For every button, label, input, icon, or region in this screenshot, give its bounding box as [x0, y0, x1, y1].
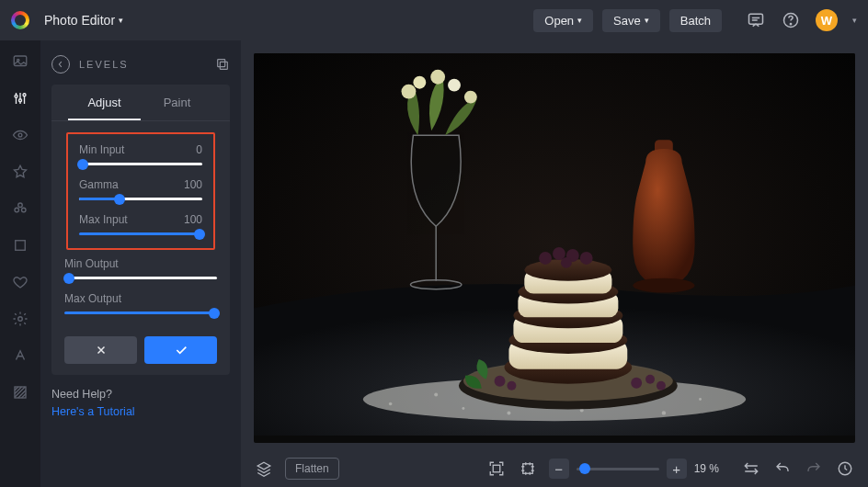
save-button[interactable]: Save ▾ [602, 9, 660, 32]
image-icon[interactable] [10, 51, 30, 72]
text-icon[interactable] [10, 345, 30, 366]
zoom-controls: − + 19 % [549, 459, 719, 479]
svg-point-19 [434, 393, 438, 397]
feedback-icon[interactable] [746, 10, 766, 30]
chevron-down-icon: ▾ [645, 16, 649, 25]
zoom-out-button[interactable]: − [549, 459, 569, 479]
svg-point-27 [389, 402, 393, 406]
eye-icon[interactable] [10, 125, 30, 145]
square-icon[interactable] [10, 235, 30, 255]
batch-button[interactable]: Batch [669, 9, 722, 32]
min-input-slider[interactable] [79, 163, 202, 165]
zoom-value: 19 % [694, 462, 719, 475]
max-input-row: Max Input 100 [79, 213, 202, 235]
svg-point-50 [633, 278, 694, 293]
star-icon[interactable] [10, 162, 30, 182]
min-output-slider[interactable] [64, 277, 217, 279]
zoom-slider[interactable] [577, 468, 659, 470]
chevron-down-icon[interactable]: ▾ [852, 16, 857, 25]
tab-paint[interactable]: Paint [141, 85, 213, 120]
svg-point-5 [15, 95, 17, 97]
gamma-slider[interactable] [79, 198, 202, 200]
svg-point-55 [430, 70, 445, 85]
history-icon[interactable] [835, 459, 855, 479]
min-input-value: 0 [196, 143, 202, 156]
svg-point-26 [699, 398, 702, 401]
open-button[interactable]: Open ▾ [533, 9, 593, 32]
compare-icon[interactable] [741, 459, 761, 479]
svg-point-8 [18, 133, 22, 137]
panel-title: LEVELS [79, 59, 129, 70]
batch-label: Batch [680, 14, 711, 28]
svg-rect-15 [220, 62, 227, 69]
zoom-in-button[interactable]: + [667, 459, 687, 479]
slider-thumb[interactable] [579, 463, 590, 474]
canvas-bottom-bar: Flatten − + 19 % [241, 450, 868, 487]
apply-button[interactable] [144, 336, 217, 364]
svg-rect-12 [16, 241, 26, 251]
svg-point-13 [18, 317, 23, 322]
redo-icon[interactable] [804, 459, 824, 479]
actual-size-icon[interactable] [518, 459, 538, 479]
action-row [51, 333, 230, 364]
max-input-slider[interactable] [79, 232, 202, 235]
help-link[interactable]: Here's a Tutorial [51, 405, 135, 418]
panel-header: LEVELS [51, 55, 230, 74]
max-output-label: Max Output [64, 292, 121, 305]
svg-point-20 [462, 407, 464, 410]
avatar[interactable]: W [816, 9, 838, 31]
svg-point-2 [790, 24, 791, 25]
svg-point-56 [448, 79, 461, 92]
layers-icon[interactable] [254, 459, 274, 479]
svg-point-53 [402, 85, 417, 99]
cancel-button[interactable] [64, 336, 137, 364]
undo-icon[interactable] [772, 459, 793, 479]
levels-panel: LEVELS Adjust Paint Min Input 0 [40, 40, 241, 487]
svg-point-6 [19, 99, 22, 102]
heart-icon[interactable] [10, 272, 30, 292]
gamma-row: Gamma 100 [79, 178, 202, 200]
app-title-dropdown[interactable]: Photo Editor ▾ [44, 13, 123, 28]
slider-thumb[interactable] [63, 273, 74, 284]
svg-rect-59 [522, 464, 532, 474]
check-icon [174, 343, 188, 357]
help-text: Need Help? [51, 386, 230, 403]
copy-icon[interactable] [215, 57, 230, 72]
gear-icon[interactable] [10, 309, 30, 329]
app-title-label: Photo Editor [44, 13, 115, 28]
image-canvas[interactable] [254, 53, 855, 443]
tabs: Adjust Paint [51, 85, 230, 121]
slider-thumb[interactable] [194, 229, 205, 240]
help-block: Need Help? Here's a Tutorial [51, 386, 230, 421]
slider-thumb[interactable] [77, 159, 88, 170]
highlighted-controls: Min Input 0 Gamma 100 [66, 132, 215, 250]
svg-point-10 [15, 208, 19, 212]
app-logo-icon [11, 11, 29, 29]
gamma-value: 100 [184, 178, 202, 191]
fit-screen-icon[interactable] [486, 459, 507, 479]
svg-point-39 [539, 252, 552, 265]
sliders-icon[interactable] [10, 88, 30, 108]
svg-rect-0 [749, 14, 763, 24]
svg-point-48 [657, 381, 666, 391]
svg-point-57 [464, 91, 477, 104]
open-label: Open [544, 14, 574, 28]
left-tool-rail [0, 40, 40, 487]
flatten-button[interactable]: Flatten [285, 458, 339, 480]
svg-point-47 [645, 375, 655, 384]
max-output-slider[interactable] [64, 311, 217, 314]
back-button[interactable] [51, 55, 70, 74]
slider-thumb[interactable] [114, 194, 125, 205]
texture-icon[interactable] [10, 382, 30, 402]
chevron-down-icon: ▾ [119, 16, 123, 25]
svg-point-45 [507, 381, 516, 391]
svg-point-44 [495, 376, 506, 387]
petals-icon[interactable] [10, 198, 30, 219]
svg-point-11 [22, 208, 27, 212]
tab-adjust[interactable]: Adjust [68, 85, 141, 120]
help-icon[interactable] [781, 10, 801, 30]
min-input-row: Min Input 0 [79, 143, 202, 165]
svg-point-42 [580, 252, 593, 265]
body: LEVELS Adjust Paint Min Input 0 [0, 40, 868, 487]
slider-thumb[interactable] [209, 308, 220, 319]
